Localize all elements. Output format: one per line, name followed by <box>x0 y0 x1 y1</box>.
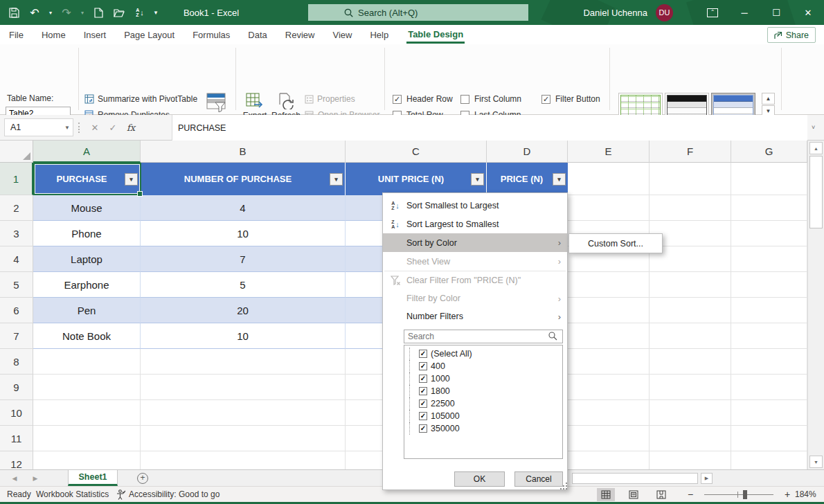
save-icon[interactable] <box>4 3 24 22</box>
checkbox-icon[interactable] <box>419 362 427 370</box>
cell-number[interactable]: 20 <box>141 298 346 323</box>
cell-purchase[interactable]: Pen <box>33 298 141 323</box>
checkbox-icon[interactable] <box>419 412 427 420</box>
cell-purchase[interactable]: Phone <box>33 221 141 246</box>
minimize-icon[interactable]: ─ <box>728 0 760 25</box>
cell[interactable] <box>650 298 731 323</box>
column-header-D[interactable]: D <box>487 141 568 163</box>
cell[interactable] <box>568 400 650 426</box>
tab-view[interactable]: View <box>323 25 361 44</box>
custom-sort-item[interactable]: Custom Sort... <box>588 239 643 249</box>
close-icon[interactable]: ✕ <box>792 0 824 25</box>
cell-C1[interactable]: UNIT PRICE (N) <box>346 163 487 195</box>
cell[interactable] <box>650 426 731 451</box>
maximize-icon[interactable]: ☐ <box>760 0 792 25</box>
column-header-C[interactable]: C <box>346 141 487 163</box>
cell[interactable] <box>568 298 650 323</box>
name-box[interactable]: A1 ▼ <box>4 118 73 136</box>
cell[interactable] <box>731 221 807 246</box>
row-header-11[interactable]: 11 <box>0 426 33 451</box>
column-header-B[interactable]: B <box>141 141 346 163</box>
vertical-scrollbar-thumb[interactable] <box>809 156 823 228</box>
menu-item-number-filters[interactable]: Number Filters › <box>383 307 567 325</box>
cancel-button[interactable]: Cancel <box>514 471 563 487</box>
open-file-icon[interactable] <box>109 3 129 22</box>
filter-search-input[interactable] <box>404 330 563 343</box>
column-header-A[interactable]: A <box>33 141 141 163</box>
tab-insert[interactable]: Insert <box>75 25 116 44</box>
zoom-slider-handle[interactable] <box>743 490 747 499</box>
tab-page-layout[interactable]: Page Layout <box>115 25 183 44</box>
account-area[interactable]: Daniel Uchenna DU <box>583 0 673 25</box>
cell[interactable] <box>650 195 731 221</box>
search-box[interactable]: Search (Alt+Q) <box>308 4 528 21</box>
filter-values-list[interactable]: (Select All) 400 1000 1800 22500 <box>404 345 563 459</box>
row-header-5[interactable]: 5 <box>0 272 33 298</box>
name-box-dropdown-icon[interactable]: ▼ <box>64 125 70 131</box>
cell[interactable] <box>650 451 731 469</box>
ok-button[interactable]: OK <box>454 471 505 487</box>
cell[interactable] <box>650 349 731 375</box>
cell[interactable] <box>568 451 650 469</box>
sort-by-color-submenu[interactable]: Custom Sort... <box>568 233 663 253</box>
cell[interactable] <box>650 323 731 349</box>
vertical-scrollbar[interactable]: ▲ ▼ <box>807 141 824 469</box>
filter-dropdown-icon-unit-price[interactable] <box>471 173 484 186</box>
ribbon-display-options-icon[interactable]: ⌃ <box>697 0 728 25</box>
undo-dropdown-icon[interactable]: ▾ <box>46 3 55 22</box>
cell[interactable] <box>33 375 141 400</box>
tab-file[interactable]: File <box>0 25 33 44</box>
cell-E1[interactable] <box>568 163 650 195</box>
cell-number[interactable]: 10 <box>141 221 346 246</box>
cell-purchase[interactable]: Laptop <box>33 246 141 272</box>
sheet-nav-right-icon[interactable]: ▶ <box>26 470 44 487</box>
filter-value-select-all[interactable]: (Select All) <box>404 348 562 360</box>
insert-function-icon[interactable]: fx <box>122 123 140 133</box>
formula-bar-splitter[interactable] <box>78 123 80 133</box>
sheet-nav-left-icon[interactable]: ◀ <box>6 470 24 487</box>
cell-purchase[interactable]: Mouse <box>33 195 141 221</box>
cell[interactable] <box>568 375 650 400</box>
checkbox-icon[interactable] <box>419 350 427 358</box>
zoom-level[interactable]: 184% <box>795 487 816 502</box>
cell[interactable] <box>731 195 807 221</box>
share-button[interactable]: Share <box>767 27 816 43</box>
cell[interactable] <box>568 349 650 375</box>
page-layout-view-icon[interactable] <box>625 488 643 501</box>
resize-grip[interactable] <box>563 485 564 487</box>
checkbox-icon[interactable] <box>419 424 427 433</box>
undo-icon[interactable]: ↶ <box>25 3 44 22</box>
new-file-icon[interactable] <box>89 3 108 22</box>
row-header-8[interactable]: 8 <box>0 349 33 375</box>
cell[interactable] <box>650 375 731 400</box>
cell-F1[interactable] <box>650 163 731 195</box>
cell[interactable] <box>141 400 346 426</box>
tab-review[interactable]: Review <box>276 25 324 44</box>
cell-number[interactable]: 5 <box>141 272 346 298</box>
formula-input[interactable]: PURCHASE <box>172 115 807 141</box>
cell[interactable] <box>731 298 807 323</box>
cell[interactable] <box>141 349 346 375</box>
zoom-slider-track[interactable] <box>704 494 773 495</box>
column-header-E[interactable]: E <box>568 141 650 163</box>
first-column-checkbox[interactable]: First Column <box>460 94 521 104</box>
filter-dropdown-icon-price-open[interactable] <box>553 173 566 186</box>
checkbox-icon[interactable] <box>419 375 427 383</box>
row-header-10[interactable]: 10 <box>0 400 33 426</box>
row-header-6[interactable]: 6 <box>0 298 33 323</box>
cell[interactable] <box>141 451 346 469</box>
avatar[interactable]: DU <box>656 4 673 21</box>
hscroll-right-icon[interactable]: ▶ <box>701 473 713 484</box>
accessibility-status[interactable]: Accessibility: Good to go <box>116 487 220 502</box>
cell[interactable] <box>731 246 807 272</box>
cell[interactable] <box>33 426 141 451</box>
cell-number[interactable]: 7 <box>141 246 346 272</box>
cell[interactable] <box>731 323 807 349</box>
filter-dropdown-icon-purchase[interactable] <box>125 173 138 186</box>
row-header-1[interactable]: 1 <box>0 163 33 195</box>
tab-home[interactable]: Home <box>33 25 75 44</box>
tab-data[interactable]: Data <box>239 25 276 44</box>
filter-value-option[interactable]: 1000 <box>404 372 562 385</box>
row-header-3[interactable]: 3 <box>0 221 33 246</box>
cell[interactable] <box>731 272 807 298</box>
